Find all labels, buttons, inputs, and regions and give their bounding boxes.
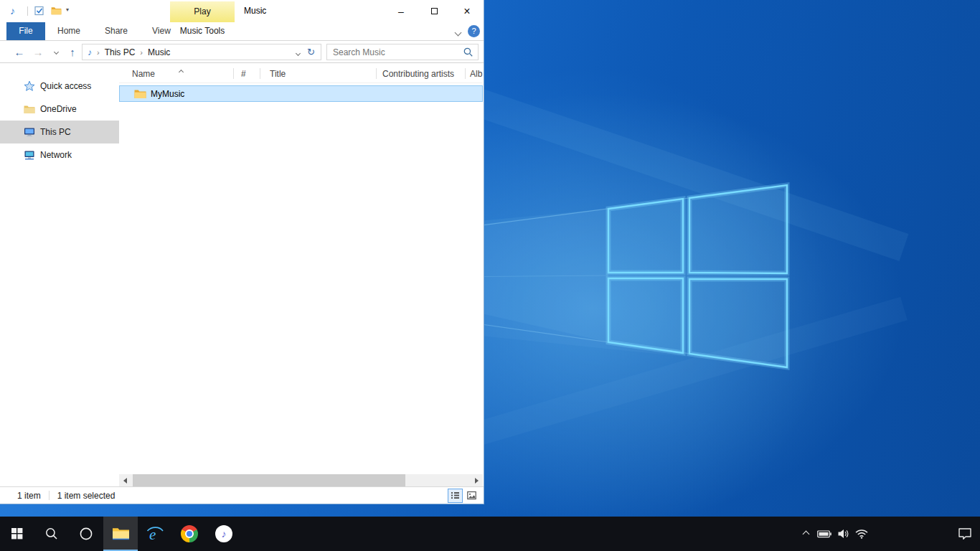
taskbar-file-explorer-button[interactable] [103,517,138,551]
window-title: Music [244,0,266,22]
recent-locations-button[interactable] [47,41,65,63]
tab-share[interactable]: Share [93,22,140,40]
maximize-icon [431,8,438,14]
contextual-tab-header[interactable]: Play [170,1,235,22]
close-icon: × [463,5,470,18]
column-header-contributing-artists[interactable]: Contributing artists [382,69,454,79]
sidebar-item-onedrive[interactable]: OneDrive [0,98,119,121]
network-icon [24,149,35,161]
sidebar-item-label: Quick access [40,81,91,91]
qat-customize-caret-icon[interactable]: ▾ [66,6,69,13]
music-note-icon: ♪ [10,5,15,17]
refresh-button[interactable]: ↻ [307,47,315,57]
minimize-button[interactable]: – [385,0,418,22]
title-bar: ♪ ▾ Play Music – × [0,0,484,22]
sidebar-item-this-pc[interactable]: This PC [0,121,119,143]
breadcrumb-this-pc[interactable]: This PC [105,47,136,57]
file-explorer-window: ♪ ▾ Play Music – × File Home Share Vi [0,0,484,504]
action-center-button[interactable] [950,517,980,551]
music-note-icon: ♪ [88,47,92,57]
view-toggle-group [448,489,479,503]
taskbar-chrome-button[interactable] [172,517,207,551]
file-row-mymusic[interactable]: MyMusic [119,85,483,102]
column-header-album[interactable]: Alb [470,69,482,79]
titlebar-divider [27,6,28,16]
music-note-icon: ♪ [222,528,227,540]
address-bar[interactable]: ♪ › This PC › Music ↻ [82,44,321,60]
qat-properties-icon[interactable] [34,6,44,18]
up-button[interactable]: ↑ [64,41,81,63]
navigation-bar: ← → ↑ ♪ › This PC › Music ↻ [0,41,484,63]
scroll-left-icon [123,478,127,484]
qat-new-folder-icon[interactable] [51,6,62,17]
column-divider[interactable] [233,68,234,79]
computer-icon [24,126,35,138]
search-box [326,44,479,60]
scroll-left-button[interactable] [119,474,131,486]
column-header-number[interactable]: # [241,69,246,79]
chevron-up-icon [802,530,809,537]
tab-music-tools[interactable]: Music Tools [170,22,235,40]
selection-count: 1 item selected [57,491,116,501]
back-button[interactable]: ← [11,41,28,63]
taskbar-search-button[interactable] [34,517,69,551]
search-icon [45,527,58,540]
column-divider[interactable] [376,68,377,79]
minimize-icon: – [398,6,404,17]
sidebar-item-network[interactable]: Network [0,143,119,166]
scroll-right-icon [475,478,479,484]
thumbnails-view-button[interactable] [464,489,479,503]
wifi-icon[interactable] [852,529,871,539]
desktop: ♪ ▾ Play Music – × File Home Share Vi [0,0,980,551]
column-divider[interactable] [465,68,466,79]
column-header-name[interactable]: Name [132,69,155,79]
address-dropdown-button[interactable] [296,47,300,57]
start-button[interactable] [0,517,34,551]
search-input[interactable] [327,47,463,57]
search-icon[interactable] [463,47,473,57]
file-name: MyMusic [151,89,184,99]
scroll-right-button[interactable] [471,474,483,486]
system-tray [796,517,980,551]
sidebar-item-quick-access[interactable]: Quick access [0,75,119,98]
sidebar-item-label: OneDrive [40,104,77,114]
sidebar-item-label: Network [40,150,72,160]
action-center-icon [958,527,972,540]
close-button[interactable]: × [451,0,484,22]
tab-home[interactable]: Home [45,22,93,40]
battery-icon[interactable] [815,530,834,538]
windows-logo-icon [11,528,23,540]
maximize-button[interactable] [418,0,451,22]
file-list-pane: Name # Title Contributing artists Alb My… [119,63,483,486]
volume-icon[interactable] [834,528,852,540]
column-divider[interactable] [260,68,260,79]
horizontal-scrollbar[interactable] [119,474,483,486]
scrollbar-thumb[interactable] [133,474,405,486]
column-header-title[interactable]: Title [270,69,286,79]
show-hidden-icons-button[interactable] [796,532,815,537]
ribbon-tab-row: File Home Share View Music Tools ? [0,22,484,41]
taskbar-internet-explorer-button[interactable]: e [138,517,172,551]
sidebar-item-label: This PC [40,127,71,137]
help-icon: ? [471,27,476,35]
chevron-down-icon [455,29,462,37]
itunes-icon: ♪ [215,525,232,542]
breadcrumb-music[interactable]: Music [148,47,170,57]
details-view-button[interactable] [448,489,463,503]
help-button[interactable]: ? [468,25,480,37]
svg-text:e: e [149,526,156,543]
expand-ribbon-button[interactable] [456,27,461,37]
breadcrumb-separator-icon[interactable]: › [97,48,100,57]
caption-buttons: – × [385,0,484,22]
folder-icon [134,89,146,99]
taskbar-itunes-button[interactable]: ♪ [207,517,241,551]
chevron-up-icon [179,70,184,75]
cortana-icon [79,527,93,541]
file-explorer-icon [112,527,130,541]
cortana-button[interactable] [69,517,103,551]
tab-file[interactable]: File [6,22,45,40]
forward-button[interactable]: → [29,41,47,63]
details-view-icon [451,491,460,500]
chevron-down-icon [53,50,58,55]
breadcrumb-separator-icon[interactable]: › [140,48,143,57]
